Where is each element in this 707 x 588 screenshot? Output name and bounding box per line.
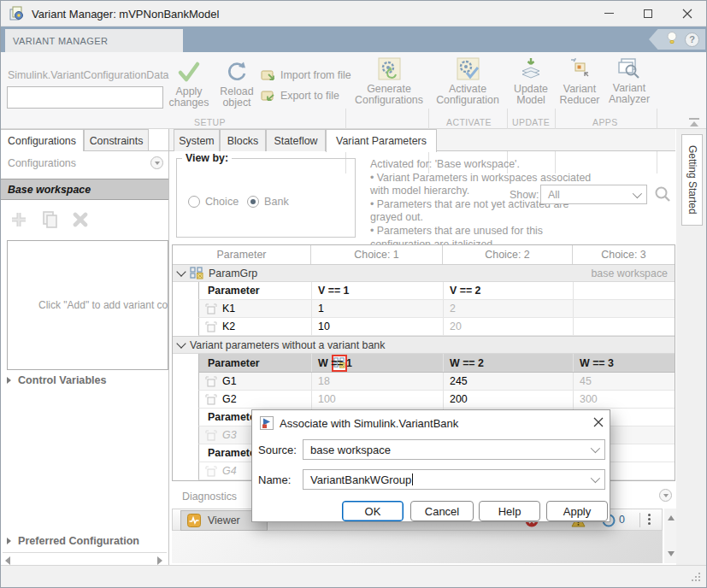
- expand-chevron-icon[interactable]: [176, 338, 186, 348]
- apply-changes-button[interactable]: Apply changes: [165, 61, 213, 109]
- activate-section-label: ACTIVATE: [446, 117, 492, 127]
- reload-object-button[interactable]: Reload object: [215, 61, 259, 109]
- variant-analyzer-button[interactable]: Variant Analyzer: [604, 57, 654, 105]
- associate-variant-bank-dialog: Associate with Simulink.VariantBank Sour…: [251, 409, 610, 522]
- name-value: VariantBankWGroup: [310, 473, 413, 486]
- search-icon[interactable]: [654, 185, 671, 206]
- getting-started-tab[interactable]: Getting Started: [681, 134, 703, 226]
- lightbulb-icon[interactable]: [666, 31, 678, 49]
- update-model-button[interactable]: Update Model: [509, 57, 553, 106]
- config-item-base-workspace[interactable]: Base workspace: [1, 179, 168, 200]
- configurations-listbox[interactable]: Click "Add" to add variant configur: [7, 240, 168, 370]
- variant-manager-window: Variant Manager: mVPNonBankModel VARIANT…: [0, 0, 707, 588]
- add-configuration-button[interactable]: [8, 209, 30, 231]
- maximize-icon: [644, 9, 652, 18]
- cancel-button[interactable]: Cancel: [410, 501, 474, 521]
- group-name: ParamGrp: [209, 268, 257, 279]
- col-header: Choice: 2: [443, 245, 573, 264]
- chevron-right-icon: [7, 538, 11, 544]
- close-button[interactable]: [673, 1, 702, 26]
- table-row-g2[interactable]: G2 100 200 300: [198, 391, 675, 409]
- scroll-down-arrow[interactable]: [668, 551, 675, 556]
- generate-configurations-button[interactable]: Generate Configurations: [350, 57, 428, 106]
- col-header: Parameter: [173, 245, 311, 264]
- group-name: Variant parameters without a variant ban…: [190, 339, 385, 351]
- close-icon: [682, 9, 692, 19]
- maximize-button[interactable]: [633, 1, 663, 26]
- parameter-icon: [205, 430, 217, 441]
- tab-divider: [84, 150, 168, 151]
- scroll-left-arrow[interactable]: [5, 556, 10, 565]
- configurations-menu-button[interactable]: [150, 156, 163, 169]
- expand-chevron-icon[interactable]: [176, 267, 186, 276]
- activate-configuration-button[interactable]: Activate Configuration: [430, 57, 505, 106]
- activate-configuration-icon: [457, 57, 480, 80]
- show-dropdown[interactable]: All: [540, 185, 647, 204]
- variant-reducer-button[interactable]: Variant Reducer: [557, 57, 603, 106]
- diagnostics-collapse-button[interactable]: [659, 489, 672, 502]
- help-badge: ?: [649, 29, 705, 50]
- kebab-menu-button[interactable]: [648, 512, 651, 526]
- left-panel: Configurations Constraints Configuration…: [1, 129, 168, 565]
- scroll-up-arrow[interactable]: [668, 515, 675, 520]
- empty-hint-text: Click "Add" to add variant configur: [8, 299, 168, 311]
- update-section-label: UPDATE: [512, 117, 550, 127]
- export-icon: [261, 90, 275, 102]
- check-icon: [177, 61, 201, 83]
- col-header: Choice: 3: [573, 245, 675, 264]
- chevron-down-icon: [663, 494, 669, 497]
- help-icon[interactable]: ?: [685, 32, 699, 47]
- resize-grip[interactable]: [692, 573, 702, 583]
- preferred-configuration-section[interactable]: Preferred Configuration: [7, 535, 139, 547]
- show-value: All: [548, 189, 560, 201]
- tab-configurations[interactable]: Configurations: [1, 129, 84, 151]
- table-subheader-row[interactable]: Parameter V == 1 V == 2: [198, 282, 675, 300]
- apply-button[interactable]: Apply: [546, 501, 608, 521]
- delete-icon: [72, 211, 89, 228]
- tab-system[interactable]: System: [174, 129, 220, 151]
- panel-splitter[interactable]: [168, 129, 169, 565]
- radio-bank-icon: [247, 196, 259, 208]
- import-from-file-button[interactable]: Import from file: [261, 69, 351, 81]
- table-row-g1[interactable]: G1 18 245 45: [198, 373, 675, 391]
- radio-choice[interactable]: Choice: [188, 196, 239, 208]
- source-dropdown[interactable]: base workspace: [303, 439, 605, 460]
- generate-configurations-icon: [378, 57, 401, 80]
- variant-analyzer-icon: [618, 57, 640, 79]
- tab-stateflow[interactable]: Stateflow: [266, 129, 326, 151]
- config-data-input[interactable]: [7, 86, 163, 109]
- export-to-file-button[interactable]: Export to file: [261, 90, 339, 102]
- table-row-k2[interactable]: K2 10 20: [198, 318, 675, 336]
- parameter-icon: [205, 376, 217, 387]
- tab-blocks[interactable]: Blocks: [220, 129, 266, 151]
- dialog-icon: [260, 416, 274, 433]
- apps-section-label: APPS: [592, 117, 618, 127]
- diagnostics-content: [172, 531, 663, 563]
- minimize-button[interactable]: [594, 1, 623, 26]
- info-count-value: 0: [619, 514, 625, 526]
- ok-button[interactable]: OK: [342, 501, 404, 521]
- copy-configuration-button[interactable]: [38, 209, 61, 231]
- chevron-down-icon: [591, 473, 600, 483]
- control-variables-section[interactable]: Control Variables: [7, 374, 107, 386]
- dialog-close-button[interactable]: [592, 416, 604, 432]
- group-row-paramgrp[interactable]: ParamGrp base workspace: [173, 264, 675, 282]
- divider: [3, 552, 167, 553]
- tab-constraints[interactable]: Constraints: [84, 129, 149, 151]
- ribbon-tab-variant-manager[interactable]: VARIANT MANAGER: [5, 29, 183, 52]
- scroll-right-arrow[interactable]: [157, 556, 162, 565]
- name-dropdown[interactable]: VariantBankWGroup: [303, 469, 605, 490]
- table-row-k1[interactable]: K1 1 2: [198, 300, 675, 318]
- table-subheader-row-selected[interactable]: Parameter W == 1 W == 2 W == 3: [198, 354, 675, 373]
- setup-section-label: SETUP: [194, 117, 226, 127]
- help-button[interactable]: Help: [479, 501, 540, 521]
- configurations-header: Configurations: [8, 157, 76, 169]
- group-row-no-bank[interactable]: Variant parameters without a variant ban…: [173, 336, 675, 354]
- radio-bank[interactable]: Bank: [247, 196, 289, 208]
- delete-configuration-button[interactable]: [69, 209, 91, 231]
- tab-variant-parameters[interactable]: Variant Parameters: [326, 129, 437, 152]
- chevron-down-icon: [591, 444, 600, 453]
- param-group-icon: [190, 267, 203, 279]
- text-caret: [412, 473, 413, 485]
- minimize-icon: [604, 13, 614, 14]
